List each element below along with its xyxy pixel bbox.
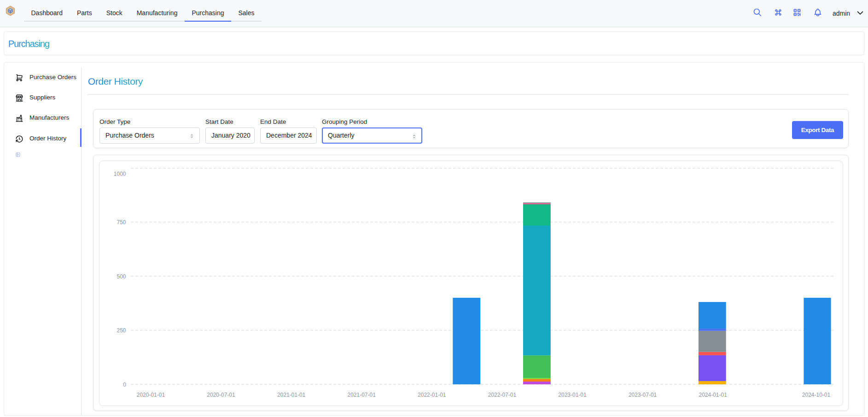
- svg-text:2023-07-01: 2023-07-01: [629, 392, 657, 398]
- svg-text:2024-10-01: 2024-10-01: [802, 392, 831, 398]
- svg-text:2020-07-01: 2020-07-01: [207, 392, 235, 398]
- svg-text:1000: 1000: [114, 171, 126, 177]
- svg-text:2023-01-01: 2023-01-01: [558, 392, 587, 398]
- svg-text:250: 250: [117, 327, 126, 334]
- svg-text:500: 500: [117, 273, 126, 280]
- svg-text:2024-01-01: 2024-01-01: [699, 392, 728, 398]
- svg-text:2020-01-01: 2020-01-01: [137, 392, 165, 398]
- svg-text:0: 0: [123, 382, 126, 388]
- svg-text:2022-01-01: 2022-01-01: [418, 392, 446, 398]
- svg-text:2021-07-01: 2021-07-01: [348, 392, 376, 398]
- svg-text:2021-01-01: 2021-01-01: [277, 392, 306, 398]
- svg-text:750: 750: [117, 219, 126, 226]
- svg-text:2022-07-01: 2022-07-01: [488, 392, 517, 398]
